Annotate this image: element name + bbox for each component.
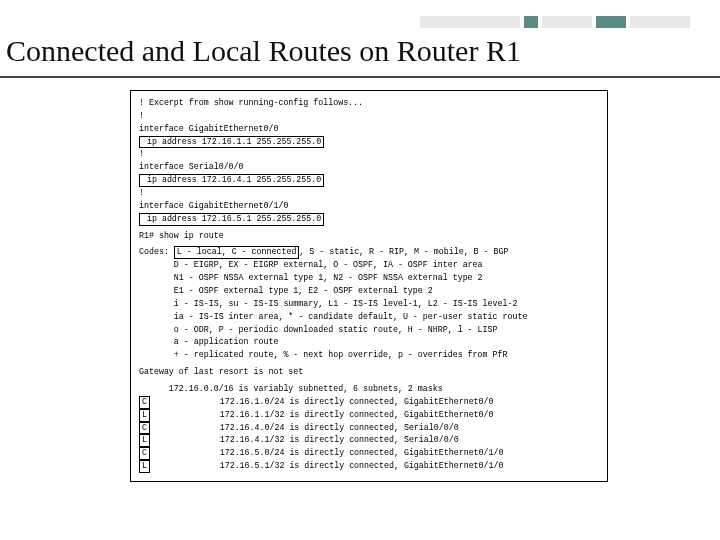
- route-code-highlight: L: [139, 460, 150, 473]
- terminal-line: C 172.16.4.0/24 is directly connected, S…: [139, 422, 599, 435]
- route-code-highlight: L: [139, 409, 150, 422]
- route-code-highlight: L: [139, 434, 150, 447]
- terminal-line: ! Excerpt from show running-config follo…: [139, 97, 599, 110]
- terminal-line: o - ODR, P - periodic downloaded static …: [139, 324, 599, 337]
- terminal-line: ip address 172.16.4.1 255.255.255.0: [139, 174, 599, 187]
- terminal-line: L 172.16.5.1/32 is directly connected, G…: [139, 460, 599, 473]
- terminal-line: a - application route: [139, 336, 599, 349]
- terminal-line: ia - IS-IS inter area, * - candidate def…: [139, 311, 599, 324]
- terminal-line: !: [139, 187, 599, 200]
- terminal-line: L 172.16.1.1/32 is directly connected, G…: [139, 409, 599, 422]
- terminal-line: E1 - OSPF external type 1, E2 - OSPF ext…: [139, 285, 599, 298]
- terminal-line: C 172.16.5.0/24 is directly connected, G…: [139, 447, 599, 460]
- terminal-line: + - replicated route, % - next hop overr…: [139, 349, 599, 362]
- ip-address-highlight: ip address 172.16.1.1 255.255.255.0: [139, 136, 324, 149]
- terminal-line: N1 - OSPF NSSA external type 1, N2 - OSP…: [139, 272, 599, 285]
- terminal-line: ip address 172.16.1.1 255.255.255.0: [139, 136, 599, 149]
- codes-highlight: L - local, C - connected: [174, 246, 300, 259]
- terminal-line: interface Serial0/0/0: [139, 161, 599, 174]
- terminal-line: Codes: L - local, C - connected, S - sta…: [139, 246, 599, 259]
- terminal-line: i - IS-IS, su - IS-IS summary, L1 - IS-I…: [139, 298, 599, 311]
- terminal-line: interface GigabitEthernet0/0: [139, 123, 599, 136]
- terminal-line: C 172.16.1.0/24 is directly connected, G…: [139, 396, 599, 409]
- route-code-highlight: C: [139, 447, 150, 460]
- ip-address-highlight: ip address 172.16.5.1 255.255.255.0: [139, 213, 324, 226]
- terminal-line: R1# show ip route: [139, 230, 599, 243]
- terminal-line: interface GigabitEthernet0/1/0: [139, 200, 599, 213]
- route-code-highlight: C: [139, 396, 150, 409]
- ip-address-highlight: ip address 172.16.4.1 255.255.255.0: [139, 174, 324, 187]
- route-code-highlight: C: [139, 422, 150, 435]
- terminal-line: Gateway of last resort is not set: [139, 366, 599, 379]
- terminal-line: !: [139, 110, 599, 123]
- terminal-panel: ! Excerpt from show running-config follo…: [130, 90, 608, 482]
- terminal-line: ip address 172.16.5.1 255.255.255.0: [139, 213, 599, 226]
- terminal-line: L 172.16.4.1/32 is directly connected, S…: [139, 434, 599, 447]
- terminal-line: 172.16.0.0/16 is variably subnetted, 6 s…: [139, 383, 599, 396]
- terminal-line: D - EIGRP, EX - EIGRP external, O - OSPF…: [139, 259, 599, 272]
- terminal-line: !: [139, 148, 599, 161]
- title-underline: [0, 76, 720, 78]
- header-decor-bar: [420, 16, 690, 28]
- slide-title: Connected and Local Routes on Router R1: [6, 34, 521, 68]
